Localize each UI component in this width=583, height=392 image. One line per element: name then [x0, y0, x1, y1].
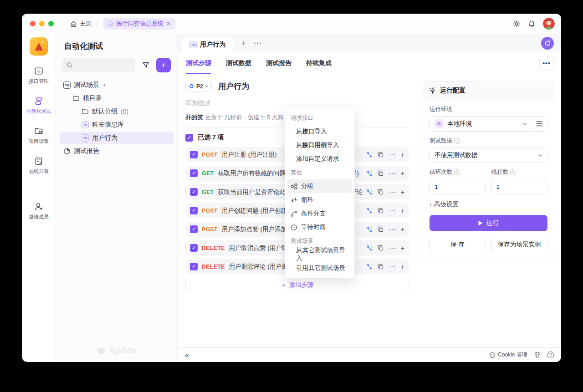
extract-variable-icon[interactable] — [366, 264, 373, 270]
zoom-window-button[interactable] — [48, 21, 54, 26]
caret-down-icon[interactable]: ▾ — [103, 83, 106, 87]
more-icon[interactable]: ⋯ — [389, 244, 395, 251]
rail-item-invite-members[interactable]: 邀请成员 — [29, 202, 49, 220]
theme-shirt-icon[interactable] — [534, 351, 541, 358]
search-input[interactable] — [62, 58, 135, 72]
tree-node-test-reports[interactable]: 测试报告 — [60, 145, 174, 158]
add-after-icon[interactable]: + — [400, 226, 404, 233]
add-after-icon[interactable]: + — [400, 188, 404, 195]
notifications-bell-icon[interactable] — [528, 20, 536, 28]
apifox-logo[interactable] — [30, 37, 48, 56]
help-icon[interactable]: ? — [454, 169, 460, 175]
copy-icon[interactable] — [378, 264, 384, 270]
environment-select[interactable]: 本 本地环境 — [430, 116, 547, 132]
manage-environments-button[interactable] — [531, 117, 547, 131]
new-scenario-button[interactable]: + — [156, 58, 171, 72]
subtab-test-steps[interactable]: 测试步骤 — [186, 52, 211, 74]
home-button[interactable]: 主页 — [70, 20, 92, 28]
menu-item-condition-branch[interactable]: 条件分支 — [287, 207, 352, 220]
collapse-sidebar-icon[interactable]: « — [185, 351, 189, 359]
rail-item-project-settings[interactable]: 项目设置 — [29, 127, 49, 145]
menu-item-add-custom-request[interactable]: 添加自定义请求 — [287, 152, 352, 166]
more-icon[interactable]: ⋯ — [389, 188, 395, 195]
menu-item-reference-other-scenario[interactable]: 引用其它测试场景 — [287, 261, 352, 275]
sync-button[interactable] — [541, 37, 554, 50]
minimize-window-button[interactable] — [39, 21, 45, 26]
select-all-checkbox[interactable]: ✓ — [185, 134, 193, 142]
tab-more-icon[interactable]: ⋯ — [254, 38, 261, 48]
step-checkbox[interactable]: ✓ — [190, 151, 198, 158]
tree-node-root-folder[interactable]: 根目录 — [60, 92, 174, 105]
priority-selector[interactable]: P2 ▾ — [185, 81, 212, 92]
subtabs-more-button[interactable]: ••• — [539, 56, 554, 71]
user-avatar[interactable] — [543, 18, 555, 30]
run-button[interactable]: 运行 — [430, 215, 547, 231]
add-after-icon[interactable]: + — [400, 263, 404, 270]
rail-item-api-management[interactable]: 接口管理 — [29, 66, 49, 85]
add-after-icon[interactable]: + — [400, 244, 404, 251]
project-tab[interactable]: 医疗问答信息系统 ✕ — [103, 18, 175, 30]
step-checkbox[interactable]: ✓ — [190, 169, 198, 177]
more-icon[interactable]: ⋯ — [389, 151, 395, 158]
step-checkbox[interactable]: ✓ — [190, 207, 198, 214]
more-icon[interactable]: ⋯ — [389, 226, 395, 233]
save-as-instance-button[interactable]: 保存为场景实例 — [491, 237, 548, 252]
close-project-tab-icon[interactable]: ✕ — [166, 20, 171, 27]
settings-gear-icon[interactable] — [513, 20, 521, 28]
loop-count-input[interactable] — [430, 179, 486, 194]
menu-item-group[interactable]: 分组 — [287, 179, 352, 193]
copy-icon[interactable] — [378, 245, 384, 251]
extract-variable-icon[interactable] — [366, 208, 373, 214]
add-step-button[interactable]: ＋ 添加步骤 — [185, 278, 409, 292]
menu-item-import-from-other-scenario[interactable]: 从其它测试场景导入 — [287, 248, 352, 261]
add-after-icon[interactable]: + — [400, 207, 404, 214]
subtab-ci[interactable]: 持续集成 — [306, 52, 332, 74]
extract-variable-icon[interactable] — [366, 170, 373, 177]
more-icon[interactable]: ⋯ — [389, 263, 395, 270]
extract-variable-icon[interactable] — [366, 245, 373, 251]
more-icon[interactable]: ⋯ — [389, 170, 395, 177]
step-checkbox[interactable]: ✓ — [190, 188, 198, 196]
copy-icon[interactable] — [378, 189, 384, 195]
threads-input[interactable] — [491, 179, 548, 194]
menu-item-import-from-api[interactable]: 从接口导入 — [287, 125, 352, 138]
rail-item-auto-test[interactable]: 自动化测试 — [26, 97, 51, 115]
new-tab-plus-icon[interactable]: + — [241, 39, 245, 48]
tree-node-scenario-user-behavior[interactable]: TS 用户行为 — [60, 132, 174, 144]
step-checkbox[interactable]: ✓ — [190, 244, 198, 252]
add-after-icon[interactable]: + — [400, 151, 404, 158]
copy-icon[interactable] — [378, 152, 384, 158]
subtab-test-data[interactable]: 测试数据 — [226, 52, 251, 74]
menu-item-loop[interactable]: 循环 — [287, 193, 352, 207]
step-checkbox[interactable]: ✓ — [190, 263, 198, 270]
description-placeholder[interactable]: 添加描述 — [185, 99, 409, 107]
copy-icon[interactable] — [378, 170, 384, 176]
tree-node-scenarios[interactable]: TS 测试场景 ▾ — [60, 79, 174, 92]
search-field[interactable] — [76, 62, 131, 69]
save-button[interactable]: 保 存 — [430, 237, 486, 252]
copy-icon[interactable] — [378, 208, 384, 214]
help-icon[interactable]: ? — [454, 138, 460, 144]
advanced-settings-toggle[interactable]: › 高级设置 — [430, 200, 547, 209]
add-after-icon[interactable]: + — [400, 170, 404, 177]
step-checkbox[interactable]: ✓ — [190, 225, 198, 233]
copy-icon[interactable] — [378, 226, 384, 232]
extract-variable-icon[interactable] — [366, 226, 373, 233]
menu-item-import-from-api-case[interactable]: 从接口用例导入 — [287, 138, 352, 152]
tree-node-default-group[interactable]: 默认分组 (0) — [60, 105, 174, 118]
scenario-title[interactable]: 用户行为 — [218, 81, 249, 92]
extract-variable-icon[interactable] — [366, 152, 373, 158]
help-icon[interactable]: ? — [547, 351, 554, 358]
more-icon[interactable]: ⋯ — [389, 207, 395, 214]
menu-item-wait-time[interactable]: 等待时间 — [287, 220, 352, 234]
filter-button[interactable] — [139, 58, 153, 72]
test-data-select[interactable]: 不使用测试数据 — [430, 148, 547, 163]
subtab-test-report[interactable]: 测试报告 — [266, 52, 292, 74]
rail-item-online-share[interactable]: 在线分享 — [29, 157, 49, 175]
extract-variable-icon[interactable] — [366, 189, 373, 195]
help-icon[interactable]: ? — [510, 169, 516, 175]
cookie-manager-button[interactable]: Cookie 管理 — [489, 351, 527, 359]
tree-node-scenario-dept[interactable]: TS 科室信息库 — [60, 118, 174, 131]
close-window-button[interactable] — [30, 21, 36, 26]
doc-tab-user-behavior[interactable]: TS 用户行为 — [182, 37, 233, 52]
